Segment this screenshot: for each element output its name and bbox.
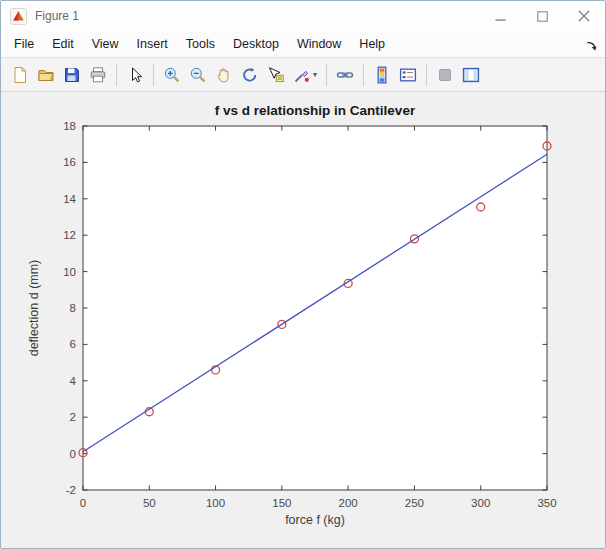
data-cursor-icon[interactable]: [263, 62, 289, 88]
hide-plot-tools-icon[interactable]: [432, 62, 458, 88]
menu-view[interactable]: View: [83, 33, 128, 55]
menu-insert[interactable]: Insert: [128, 33, 177, 55]
toolbar-separator: [363, 64, 364, 86]
zoom-out-icon[interactable]: [185, 62, 211, 88]
zoom-in-icon[interactable]: [159, 62, 185, 88]
svg-text:2: 2: [70, 411, 76, 423]
insert-colorbar-icon[interactable]: [369, 62, 395, 88]
window-title: Figure 1: [35, 9, 479, 23]
menu-window[interactable]: Window: [288, 33, 350, 55]
svg-text:50: 50: [143, 497, 156, 509]
svg-text:force f (kg): force f (kg): [285, 513, 345, 527]
open-file-icon[interactable]: [33, 62, 59, 88]
dock-figure-arrow-icon[interactable]: [586, 38, 598, 50]
menu-tools[interactable]: Tools: [177, 33, 224, 55]
svg-text:deflection d (mm): deflection d (mm): [27, 260, 41, 357]
svg-text:4: 4: [70, 375, 77, 387]
minimize-button[interactable]: [479, 1, 521, 31]
insert-legend-icon[interactable]: [395, 62, 421, 88]
menu-help[interactable]: Help: [350, 33, 394, 55]
rotate-3d-icon[interactable]: [237, 62, 263, 88]
figure-window: Figure 1 File Edit View Insert Tools Des…: [0, 0, 606, 549]
svg-text:10: 10: [63, 266, 76, 278]
menu-edit[interactable]: Edit: [43, 33, 83, 55]
brush-dropdown-caret-icon[interactable]: ▾: [313, 70, 321, 79]
svg-text:16: 16: [63, 156, 76, 168]
menu-file[interactable]: File: [5, 33, 43, 55]
menu-desktop[interactable]: Desktop: [224, 33, 288, 55]
link-plot-icon[interactable]: [332, 62, 358, 88]
edit-plot-pointer-icon[interactable]: [122, 62, 148, 88]
titlebar[interactable]: Figure 1: [1, 1, 605, 31]
svg-text:100: 100: [206, 497, 225, 509]
svg-text:350: 350: [537, 497, 556, 509]
figure-canvas-area: 050100150200250300350-2024681012141618f …: [1, 92, 605, 548]
brush-data-icon[interactable]: [289, 62, 315, 88]
figure-toolbar: ▾: [1, 57, 605, 92]
print-figure-icon[interactable]: [85, 62, 111, 88]
svg-text:f vs d relationship in Cantile: f vs d relationship in Cantilever: [215, 103, 416, 118]
toolbar-separator: [153, 64, 154, 86]
show-plot-tools-icon[interactable]: [458, 62, 484, 88]
pan-hand-icon[interactable]: [211, 62, 237, 88]
svg-text:250: 250: [405, 497, 424, 509]
close-button[interactable]: [563, 1, 605, 31]
new-figure-icon[interactable]: [7, 62, 33, 88]
svg-text:14: 14: [63, 193, 76, 205]
svg-text:18: 18: [63, 120, 76, 132]
svg-text:0: 0: [80, 497, 86, 509]
cantilever-plot: 050100150200250300350-2024681012141618f …: [1, 92, 605, 548]
menubar: File Edit View Insert Tools Desktop Wind…: [1, 31, 605, 57]
svg-text:300: 300: [471, 497, 490, 509]
toolbar-separator: [426, 64, 427, 86]
svg-text:12: 12: [63, 229, 76, 241]
svg-text:6: 6: [70, 338, 76, 350]
toolbar-separator: [326, 64, 327, 86]
save-figure-icon[interactable]: [59, 62, 85, 88]
svg-text:200: 200: [339, 497, 358, 509]
matlab-logo-icon: [10, 8, 27, 25]
toolbar-separator: [116, 64, 117, 86]
svg-text:0: 0: [70, 448, 76, 460]
svg-text:150: 150: [272, 497, 291, 509]
maximize-button[interactable]: [521, 1, 563, 31]
svg-text:-2: -2: [66, 484, 76, 496]
svg-text:8: 8: [70, 302, 76, 314]
